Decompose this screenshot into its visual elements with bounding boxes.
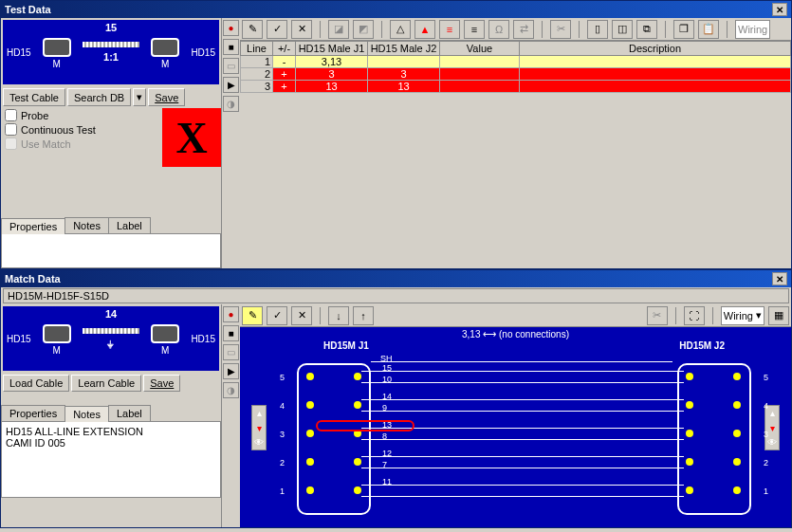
check-icon[interactable]: ✓ bbox=[267, 20, 287, 39]
pin-icon bbox=[306, 430, 314, 437]
db-icon[interactable]: ◑ bbox=[223, 96, 239, 112]
learn-cable-button[interactable]: Learn Cable bbox=[71, 375, 141, 392]
exchange-icon[interactable]: ⇄ bbox=[513, 20, 534, 39]
check-icon[interactable]: ✓ bbox=[267, 306, 287, 325]
pin-number: 2 bbox=[764, 458, 768, 468]
triangle-fill-icon[interactable]: ▲ bbox=[414, 20, 435, 39]
wiring-schematic[interactable]: 3,13 ⟷ (no connections) HD15M J1 HD15M J… bbox=[240, 327, 791, 527]
omega-icon[interactable]: Ω bbox=[488, 20, 509, 39]
close-icon[interactable]: ✕ bbox=[772, 272, 787, 285]
page3-icon[interactable]: ⧉ bbox=[636, 20, 657, 39]
page2-icon[interactable]: ◫ bbox=[612, 20, 633, 39]
left-connector-label: HD15M J1 bbox=[323, 340, 369, 351]
table-row[interactable]: 1-3,13 bbox=[241, 56, 791, 68]
conn-left-label: HD15 bbox=[7, 334, 31, 344]
stop-icon[interactable]: ■ bbox=[223, 39, 239, 55]
pin-icon bbox=[306, 373, 314, 380]
wire-label: 12 bbox=[382, 449, 392, 458]
left-scroll[interactable]: ▴▾👁 bbox=[251, 405, 267, 450]
pin-number: 2 bbox=[280, 458, 285, 468]
conn-right-label: HD15 bbox=[191, 47, 215, 58]
wire-label: 8 bbox=[382, 431, 387, 441]
pencil-icon[interactable]: ✎ bbox=[242, 20, 263, 39]
search-db-button[interactable]: Search DB bbox=[67, 88, 131, 106]
tool-icon[interactable]: ◪ bbox=[328, 20, 349, 39]
pin-number: 4 bbox=[764, 401, 768, 411]
wire-line bbox=[361, 411, 684, 412]
page-icon[interactable]: ▭ bbox=[223, 58, 239, 74]
search-db-dropdown[interactable]: ▾ bbox=[133, 88, 146, 106]
page1-icon[interactable]: ▯ bbox=[587, 20, 608, 39]
paste-icon[interactable]: 📋 bbox=[698, 20, 719, 39]
wire-label: 9 bbox=[382, 403, 387, 413]
expand-icon[interactable]: ⛶ bbox=[684, 306, 705, 325]
pin-icon bbox=[733, 458, 741, 466]
stop-icon[interactable]: ■ bbox=[223, 325, 239, 341]
cut-icon[interactable]: ✂ bbox=[647, 306, 668, 325]
connector-icon bbox=[151, 324, 179, 343]
table-row[interactable]: 2+33 bbox=[241, 68, 791, 81]
play-icon[interactable]: ▶ bbox=[223, 77, 239, 93]
continuous-test-checkbox[interactable] bbox=[5, 123, 17, 136]
load-cable-button[interactable]: Load Cable bbox=[3, 375, 69, 392]
tab-properties[interactable]: Properties bbox=[1, 218, 65, 234]
save-button[interactable]: Save bbox=[143, 375, 180, 392]
grid-icon[interactable]: ▦ bbox=[768, 306, 789, 325]
wire-line bbox=[361, 399, 684, 400]
play-icon[interactable]: ▶ bbox=[223, 363, 239, 379]
table-row[interactable]: 3+1313 bbox=[241, 81, 791, 93]
triangle-icon[interactable]: △ bbox=[390, 20, 411, 39]
record-icon[interactable]: ● bbox=[223, 20, 239, 36]
arrow-down-icon[interactable]: ↓ bbox=[328, 306, 349, 325]
tool-icon[interactable]: ◩ bbox=[353, 20, 374, 39]
wire-line bbox=[361, 456, 684, 457]
db-icon[interactable]: ◑ bbox=[223, 382, 239, 398]
copy-icon[interactable]: ❐ bbox=[673, 20, 694, 39]
wiring-dropdown[interactable]: Wiring ▾ bbox=[721, 306, 764, 325]
pin-icon bbox=[733, 373, 741, 380]
tab-label[interactable]: Label bbox=[108, 405, 151, 421]
tab-notes[interactable]: Notes bbox=[64, 217, 109, 233]
probe-checkbox[interactable] bbox=[5, 109, 17, 121]
pin-icon bbox=[686, 486, 693, 494]
tab-label[interactable]: Label bbox=[108, 217, 151, 233]
x-icon[interactable]: ✕ bbox=[291, 20, 312, 39]
close-icon[interactable]: ✕ bbox=[772, 3, 787, 16]
pencil-icon[interactable]: ✎ bbox=[242, 306, 263, 325]
wire-label: 14 bbox=[382, 392, 392, 401]
pin-icon bbox=[306, 458, 314, 466]
ratio-label: 1:1 bbox=[103, 51, 119, 63]
arrow-up-icon[interactable]: ↑ bbox=[353, 306, 374, 325]
test-data-titlebar: Test Data ✕ bbox=[1, 1, 791, 18]
highlight-rect bbox=[316, 420, 414, 431]
tab-notes[interactable]: Notes bbox=[64, 406, 109, 422]
test-cable-button[interactable]: Test Cable bbox=[3, 88, 65, 106]
record-icon[interactable]: ● bbox=[223, 306, 239, 322]
wire-line bbox=[361, 496, 684, 497]
tab-properties[interactable]: Properties bbox=[1, 405, 65, 421]
wire-line bbox=[361, 485, 684, 486]
pin-number: 4 bbox=[280, 401, 285, 411]
wire-line bbox=[371, 361, 672, 362]
x-icon[interactable]: ✕ bbox=[291, 306, 312, 325]
col-value[interactable]: Value bbox=[440, 42, 520, 56]
bars-icon[interactable]: ≡ bbox=[464, 20, 485, 39]
bars-red-icon[interactable]: ≡ bbox=[439, 20, 460, 39]
save-button[interactable]: Save bbox=[148, 88, 185, 106]
pin-number: 1 bbox=[280, 486, 285, 496]
col-pm[interactable]: +/- bbox=[273, 42, 296, 56]
continuous-label: Continuous Test bbox=[21, 124, 96, 136]
col-desc[interactable]: Description bbox=[520, 42, 791, 56]
sh-label: SH bbox=[380, 354, 393, 363]
pin-number: 1 bbox=[764, 486, 768, 496]
connector-icon bbox=[151, 38, 179, 57]
match-subtitle: HD15M-HD15F-S15D bbox=[3, 288, 789, 303]
wire-label: 10 bbox=[382, 375, 392, 384]
wiring-dropdown[interactable]: Wiring bbox=[735, 20, 770, 39]
col-j2[interactable]: HD15 Male J2 bbox=[368, 42, 440, 56]
page-icon[interactable]: ▭ bbox=[223, 344, 239, 360]
right-scroll[interactable]: ▴▾👁 bbox=[764, 405, 780, 450]
cut-icon[interactable]: ✂ bbox=[550, 20, 571, 39]
col-line[interactable]: Line bbox=[241, 42, 273, 56]
col-j1[interactable]: HD15 Male J1 bbox=[296, 42, 368, 56]
